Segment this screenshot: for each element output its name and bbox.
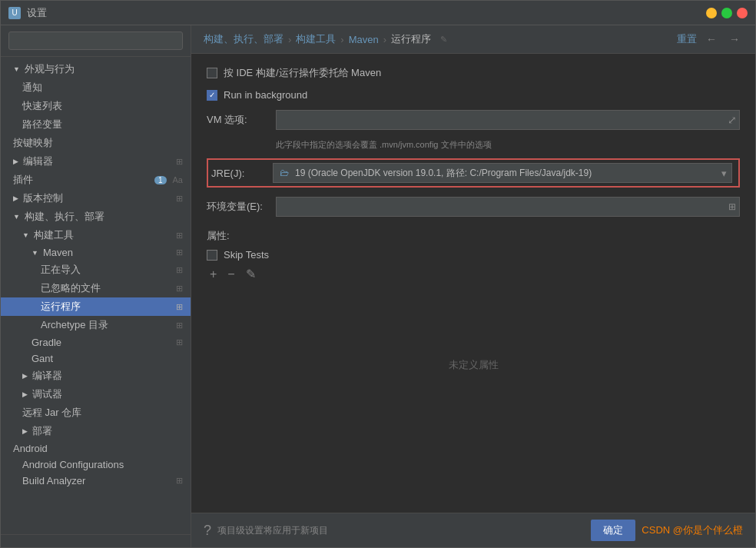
skip-tests-row: Skip Tests [207,249,740,261]
ok-button[interactable]: 确定 [591,520,635,541]
expand-icon-appearance: ▼ [13,65,20,73]
minimize-button[interactable] [706,8,717,18]
sidebar-tree: ▼ 外观与行为 通知 快速列表 路径变量 按键映射 ▶ [1,57,191,534]
expand-icon-maven: ▼ [32,249,38,257]
buildtools-icon: ⊞ [176,231,183,241]
window-title: 设置 [27,6,47,20]
search-input[interactable] [8,32,183,50]
sidebar-item-editor[interactable]: ▶ 编辑器 ⊞ [1,152,191,171]
vm-row: VM 选项: ⤢ [207,110,740,130]
sidebar-item-build-analyzer[interactable]: Build Analyzer ⊞ [1,473,191,489]
sidebar-item-android-config[interactable]: Android Configurations [1,457,191,473]
sidebar: ▼ 外观与行为 通知 快速列表 路径变量 按键映射 ▶ [1,25,191,547]
sidebar-label-keymaps: 按键映射 [13,136,53,150]
add-property-button[interactable]: + [207,267,220,282]
close-button[interactable] [737,8,748,18]
sidebar-item-runner[interactable]: 运行程序 ⊞ [1,297,191,316]
sidebar-item-quicklist[interactable]: 快速列表 [1,97,191,115]
sidebar-label-gant: Gant [32,353,53,364]
buildanalyzer-icon: ⊞ [176,476,183,486]
background-checkbox-label[interactable]: ✓ Run in background [207,89,307,101]
sidebar-item-remote-jar[interactable]: 远程 Jar 仓库 [1,404,191,422]
sidebar-item-gant[interactable]: Gant [1,350,191,367]
delegate-label: 按 IDE 构建/运行操作委托给 Maven [224,66,381,80]
help-button[interactable]: ? [204,523,211,539]
sidebar-item-pathvars[interactable]: 路径变量 [1,115,191,134]
footer-buttons: 确定 CSDN @你是个伴么橙 [591,520,743,541]
breadcrumb-part-1[interactable]: 构建、执行、部署 [204,32,284,46]
breadcrumb-part-3[interactable]: Maven [349,34,379,45]
maximize-button[interactable] [721,8,732,18]
content-area: 按 IDE 构建/运行操作委托给 Maven ✓ Run in backgrou… [191,54,755,513]
sidebar-label-quicklist: 快速列表 [22,99,62,113]
sidebar-label-appearance: 外观与行为 [25,62,75,76]
breadcrumb-edit-icon: ✎ [440,35,447,45]
sidebar-item-archetype[interactable]: Archetype 目录 ⊞ [1,316,191,334]
sidebar-label-deployment: 部署 [32,424,52,438]
breadcrumb-current: 运行程序 [391,32,431,46]
jre-row: JRE(J): 🗁 19 (Oracle OpenJDK version 19.… [207,158,740,188]
expand-icon-build: ▼ [13,213,20,221]
sidebar-item-ignored[interactable]: 已忽略的文件 ⊞ [1,279,191,297]
skip-tests-label: Skip Tests [224,249,269,261]
window-body: ▼ 外观与行为 通知 快速列表 路径变量 按键映射 ▶ [1,25,755,547]
breadcrumb-part-2[interactable]: 构建工具 [296,32,336,46]
sidebar-item-notifications[interactable]: 通知 [1,78,191,97]
plugins-icon: Aa [173,175,183,184]
env-label: 环境变量(E): [207,200,268,214]
back-button[interactable]: ← [703,32,720,47]
sidebar-label-plugins: 插件 [13,173,33,187]
sidebar-item-deployment[interactable]: ▶ 部署 [1,422,191,440]
background-label: Run in background [224,89,307,101]
sidebar-label-pathvars: 路径变量 [22,118,62,131]
vm-expand-button[interactable]: ⤢ [726,112,738,128]
reset-button[interactable]: 重置 [677,32,697,46]
no-properties-label: 未定义属性 [207,288,740,442]
settings-window: U 设置 ▼ 外观与行为 通知 快速列表 [0,0,756,548]
edit-property-button[interactable]: ✎ [243,267,259,282]
sidebar-item-appearance[interactable]: ▼ 外观与行为 [1,60,191,78]
sidebar-label-android: Android [13,443,48,454]
delegate-checkbox-label[interactable]: 按 IDE 构建/运行操作委托给 Maven [207,66,381,80]
jre-select-wrapper[interactable]: 🗁 19 (Oracle OpenJDK version 19.0.1, 路径:… [273,163,732,183]
background-checkbox[interactable]: ✓ [207,90,217,101]
env-row: 环境变量(E): ⊞ [207,197,740,217]
sidebar-item-keymaps[interactable]: 按键映射 [1,134,191,152]
sidebar-label-build: 构建、执行、部署 [25,210,104,224]
expand-icon-compiler: ▶ [22,372,28,380]
sidebar-item-vcs[interactable]: ▶ 版本控制 ⊞ [1,189,191,208]
properties-section: 属性: Skip Tests + − ✎ 未定义属性 [207,229,740,442]
jre-label: JRE(J): [211,168,265,179]
sidebar-footer [1,534,191,547]
sidebar-item-debugger[interactable]: ▶ 调试器 [1,385,191,404]
remove-property-button[interactable]: − [224,267,237,282]
delegate-checkbox[interactable] [207,68,217,78]
background-row: ✓ Run in background [207,89,740,101]
sidebar-item-android[interactable]: Android [1,440,191,457]
property-toolbar: + − ✎ [207,267,740,282]
jre-dropdown-icon[interactable]: ▾ [717,168,731,179]
gradle-icon: ⊞ [176,337,183,347]
csdn-watermark: CSDN @你是个伴么橙 [642,523,743,537]
sidebar-item-maven[interactable]: ▼ Maven ⊞ [1,244,191,261]
sidebar-item-build-tools[interactable]: ▼ 构建工具 ⊞ [1,226,191,244]
breadcrumb: 构建、执行、部署 › 构建工具 › Maven › 运行程序 ✎ 重置 ← → [191,25,755,54]
sidebar-label-android-config: Android Configurations [22,459,124,470]
skip-tests-checkbox[interactable] [207,250,217,261]
sidebar-label-compiler: 编译器 [32,369,62,383]
sidebar-item-compiler[interactable]: ▶ 编译器 [1,367,191,385]
plugins-badge: 1 [154,176,167,184]
vm-input[interactable] [276,110,740,130]
sidebar-item-gradle[interactable]: Gradle ⊞ [1,334,191,350]
forward-button[interactable]: → [726,32,743,47]
sidebar-label-remote-jar: 远程 Jar 仓库 [22,406,81,420]
env-edit-button[interactable]: ⊞ [728,201,736,212]
sidebar-label-editor: 编辑器 [23,154,53,168]
vm-label: VM 选项: [207,113,268,127]
expand-icon-buildtools: ▼ [22,231,29,239]
maven-icon: ⊞ [176,247,183,257]
sidebar-item-plugins[interactable]: 插件 1 Aa [1,171,191,189]
sidebar-item-build[interactable]: ▼ 构建、执行、部署 [1,208,191,226]
sidebar-item-importing[interactable]: 正在导入 ⊞ [1,261,191,279]
sidebar-label-build-analyzer: Build Analyzer [22,475,85,487]
